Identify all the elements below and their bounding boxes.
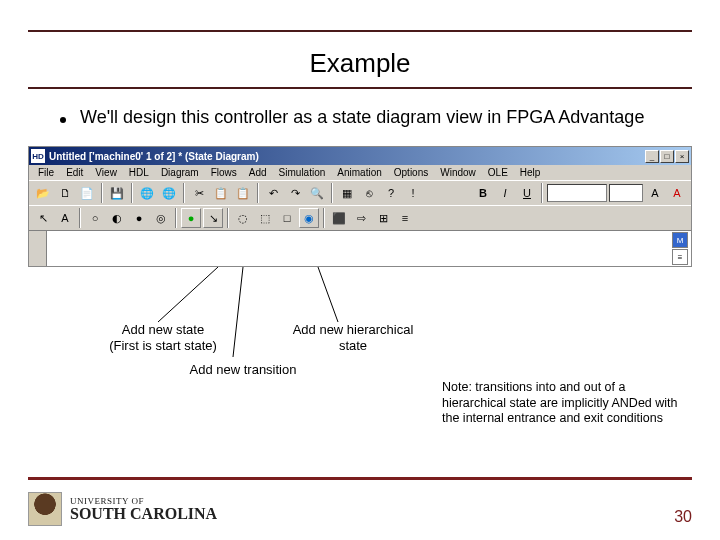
menu-animation[interactable]: Animation — [332, 166, 386, 179]
separator-icon — [227, 208, 229, 228]
separator-icon — [79, 208, 81, 228]
open-icon[interactable]: 📂 — [33, 183, 53, 203]
menu-help[interactable]: Help — [515, 166, 546, 179]
add-hier-state-button[interactable]: ◉ — [299, 208, 319, 228]
app-window: HD Untitled ['machine0' 1 of 2] * (State… — [28, 146, 692, 267]
underline-icon[interactable]: U — [517, 183, 537, 203]
menu-flows[interactable]: Flows — [206, 166, 242, 179]
misc-icon[interactable]: ≡ — [395, 208, 415, 228]
menu-add[interactable]: Add — [244, 166, 272, 179]
italic-icon[interactable]: I — [495, 183, 515, 203]
menu-edit[interactable]: Edit — [61, 166, 88, 179]
note-text: Note: transitions into and out of a hier… — [442, 380, 692, 427]
new-icon[interactable]: 🗋 — [55, 183, 75, 203]
separator-icon — [541, 183, 543, 203]
palette1-icon[interactable]: M — [672, 232, 688, 248]
separator-icon — [175, 208, 177, 228]
globe2-icon[interactable]: 🌐 — [159, 183, 179, 203]
titlebar: HD Untitled ['machine0' 1 of 2] * (State… — [29, 147, 691, 165]
box1-icon[interactable]: ⬚ — [255, 208, 275, 228]
canvas[interactable]: M ≡ — [29, 230, 691, 266]
footer: UNIVERSITY OF SOUTH CAROLINA 30 — [28, 492, 692, 526]
text-tool-icon[interactable]: A — [55, 208, 75, 228]
logo-seal-icon — [28, 492, 62, 526]
add-transition-button[interactable]: ↘ — [203, 208, 223, 228]
university-logo: UNIVERSITY OF SOUTH CAROLINA — [28, 492, 217, 526]
maximize-button[interactable]: □ — [660, 150, 674, 163]
menu-file[interactable]: File — [33, 166, 59, 179]
page-number: 30 — [674, 508, 692, 526]
bullet-dot-icon — [60, 117, 66, 123]
state2-icon[interactable]: ◐ — [107, 208, 127, 228]
nav-icon[interactable]: ⎋ — [359, 183, 379, 203]
app-icon: HD — [31, 149, 45, 163]
fontcolor-icon[interactable]: A — [667, 183, 687, 203]
separator-icon — [331, 183, 333, 203]
toolbar-2: ↖ A ○ ◐ ● ◎ ● ↘ ◌ ⬚ □ ◉ ⬛ ⇨ ⊞ ≡ — [29, 205, 691, 230]
find-icon[interactable]: 🔍 — [307, 183, 327, 203]
callout-add-state: Add new state (First is start state) — [88, 322, 238, 353]
newdoc-icon[interactable]: 📄 — [77, 183, 97, 203]
callout-add-hier: Add new hierarchical state — [268, 322, 438, 353]
menu-options[interactable]: Options — [389, 166, 433, 179]
menu-hdl[interactable]: HDL — [124, 166, 154, 179]
about-icon[interactable]: ! — [403, 183, 423, 203]
bold-icon[interactable]: B — [473, 183, 493, 203]
close-button[interactable]: × — [675, 150, 689, 163]
fontstyle-icon[interactable]: A — [645, 183, 665, 203]
state4-icon[interactable]: ◎ — [151, 208, 171, 228]
callout-add-transition: Add new transition — [158, 362, 328, 378]
separator-icon — [323, 208, 325, 228]
help-icon[interactable]: ? — [381, 183, 401, 203]
link-icon[interactable]: ⇨ — [351, 208, 371, 228]
menubar: File Edit View HDL Diagram Flows Add Sim… — [29, 165, 691, 180]
svg-line-2 — [318, 267, 338, 322]
undo-icon[interactable]: ↶ — [263, 183, 283, 203]
paste-icon[interactable]: 📋 — [233, 183, 253, 203]
copy-icon[interactable]: 📋 — [211, 183, 231, 203]
svg-line-0 — [158, 267, 218, 322]
state1-icon[interactable]: ○ — [85, 208, 105, 228]
menu-view[interactable]: View — [90, 166, 122, 179]
bullet-list: We'll design this controller as a state … — [0, 89, 720, 138]
box2-icon[interactable]: □ — [277, 208, 297, 228]
toolbar-1: 📂 🗋 📄 💾 🌐 🌐 ✂ 📋 📋 ↶ ↷ 🔍 ▦ ⎋ ? ! B I U A … — [29, 180, 691, 205]
separator-icon — [257, 183, 259, 203]
state3-icon[interactable]: ● — [129, 208, 149, 228]
logo-big-text: SOUTH CAROLINA — [70, 506, 217, 522]
palette2-icon[interactable]: ≡ — [672, 249, 688, 265]
hier-icon[interactable]: ⊞ — [373, 208, 393, 228]
title-block: Example — [0, 32, 720, 87]
junction-icon[interactable]: ◌ — [233, 208, 253, 228]
menu-simulation[interactable]: Simulation — [274, 166, 331, 179]
globe1-icon[interactable]: 🌐 — [137, 183, 157, 203]
save-icon[interactable]: 💾 — [107, 183, 127, 203]
separator-icon — [131, 183, 133, 203]
menu-diagram[interactable]: Diagram — [156, 166, 204, 179]
ruler-left — [29, 231, 47, 266]
separator-icon — [101, 183, 103, 203]
cut-icon[interactable]: ✂ — [189, 183, 209, 203]
font-combo[interactable] — [547, 184, 607, 202]
footer-rule — [28, 477, 692, 480]
window-title: Untitled ['machine0' 1 of 2] * (State Di… — [49, 151, 645, 162]
add-state-button[interactable]: ● — [181, 208, 201, 228]
separator-icon — [183, 183, 185, 203]
bullet-text: We'll design this controller as a state … — [80, 107, 644, 128]
fontsize-combo[interactable] — [609, 184, 643, 202]
menu-ole[interactable]: OLE — [483, 166, 513, 179]
menu-window[interactable]: Window — [435, 166, 481, 179]
select-arrow-icon[interactable]: ↖ — [33, 208, 53, 228]
box3-icon[interactable]: ⬛ — [329, 208, 349, 228]
slide-title: Example — [0, 48, 720, 79]
palette: M ≡ — [672, 232, 690, 266]
minimize-button[interactable]: _ — [645, 150, 659, 163]
redo-icon[interactable]: ↷ — [285, 183, 305, 203]
grid-icon[interactable]: ▦ — [337, 183, 357, 203]
